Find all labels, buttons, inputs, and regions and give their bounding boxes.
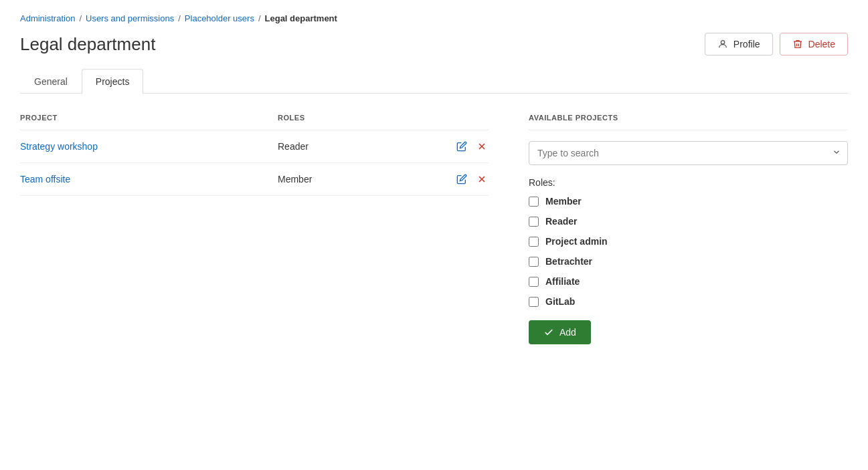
edit-icon (456, 174, 467, 185)
table-row: Team offsite Member (20, 163, 489, 196)
tab-projects[interactable]: Projects (82, 69, 144, 94)
col-project: PROJECT (20, 114, 278, 130)
breadcrumb-sep-2: / (178, 13, 181, 23)
role-label-gitlab[interactable]: GitLab (545, 296, 575, 307)
breadcrumb-current: Legal department (265, 13, 337, 23)
close-icon (476, 141, 487, 152)
role-checkbox-reader[interactable] (529, 217, 539, 227)
role-option-project-admin: Project admin (529, 236, 848, 247)
role-option-gitlab: GitLab (529, 296, 848, 307)
edit-offsite-button[interactable] (455, 172, 468, 186)
role-checkbox-affiliate[interactable] (529, 277, 539, 287)
row-actions-offsite (442, 172, 489, 186)
project-link-strategy[interactable]: Strategy workshop (20, 141, 98, 152)
project-link-offsite[interactable]: Team offsite (20, 174, 70, 185)
role-label-reader[interactable]: Reader (545, 216, 577, 227)
breadcrumb-users-permissions[interactable]: Users and permissions (86, 13, 174, 23)
page-header: Legal department Profile Delete (20, 33, 848, 55)
role-checkbox-gitlab[interactable] (529, 297, 539, 307)
role-label-member[interactable]: Member (545, 196, 582, 207)
profile-button[interactable]: Profile (705, 33, 773, 55)
projects-panel: PROJECT ROLES Strategy workshop Reader (20, 114, 489, 344)
role-label-affiliate[interactable]: Affiliate (545, 276, 580, 287)
edit-strategy-button[interactable] (455, 140, 468, 153)
remove-strategy-button[interactable] (475, 140, 489, 153)
breadcrumb-sep-3: / (258, 13, 261, 23)
role-member: Member (278, 174, 312, 185)
delete-button-label: Delete (808, 39, 835, 49)
delete-button[interactable]: Delete (780, 33, 848, 55)
edit-icon (456, 141, 467, 152)
tabs: General Projects (20, 69, 848, 94)
person-icon (717, 39, 728, 49)
roles-label: Roles: (529, 177, 848, 188)
breadcrumb-placeholder-users[interactable]: Placeholder users (185, 13, 254, 23)
add-button[interactable]: Add (529, 320, 591, 344)
role-label-betrachter[interactable]: Betrachter (545, 256, 592, 267)
role-option-reader: Reader (529, 216, 848, 227)
table-row: Strategy workshop Reader (20, 130, 489, 163)
role-option-betrachter: Betrachter (529, 256, 848, 267)
profile-button-label: Profile (733, 39, 760, 49)
checkmark-icon (543, 327, 554, 338)
add-button-label: Add (559, 327, 576, 338)
page-title: Legal department (20, 34, 155, 55)
close-icon (476, 174, 487, 185)
breadcrumb-admin[interactable]: Administration (20, 13, 75, 23)
breadcrumb: Administration / Users and permissions /… (20, 13, 848, 23)
breadcrumb-sep-1: / (79, 13, 82, 23)
row-actions-strategy (442, 140, 489, 153)
col-roles: ROLES (278, 114, 442, 130)
role-option-member: Member (529, 196, 848, 207)
search-input[interactable] (529, 141, 848, 165)
available-panel: AVAILABLE PROJECTS Roles: Member Reader … (529, 114, 848, 344)
svg-point-0 (721, 41, 724, 44)
role-checkbox-member[interactable] (529, 197, 539, 207)
projects-table: PROJECT ROLES Strategy workshop Reader (20, 114, 489, 196)
role-checkbox-project-admin[interactable] (529, 237, 539, 247)
col-actions (442, 114, 489, 130)
available-projects-title: AVAILABLE PROJECTS (529, 114, 848, 130)
remove-offsite-button[interactable] (475, 172, 489, 186)
header-actions: Profile Delete (705, 33, 848, 55)
role-option-affiliate: Affiliate (529, 276, 848, 287)
content-area: PROJECT ROLES Strategy workshop Reader (20, 114, 848, 344)
role-checkbox-betrachter[interactable] (529, 257, 539, 267)
role-label-project-admin[interactable]: Project admin (545, 236, 608, 247)
search-container (529, 141, 848, 165)
tab-general[interactable]: General (20, 69, 82, 94)
trash-icon (792, 39, 803, 49)
role-reader: Reader (278, 141, 309, 152)
